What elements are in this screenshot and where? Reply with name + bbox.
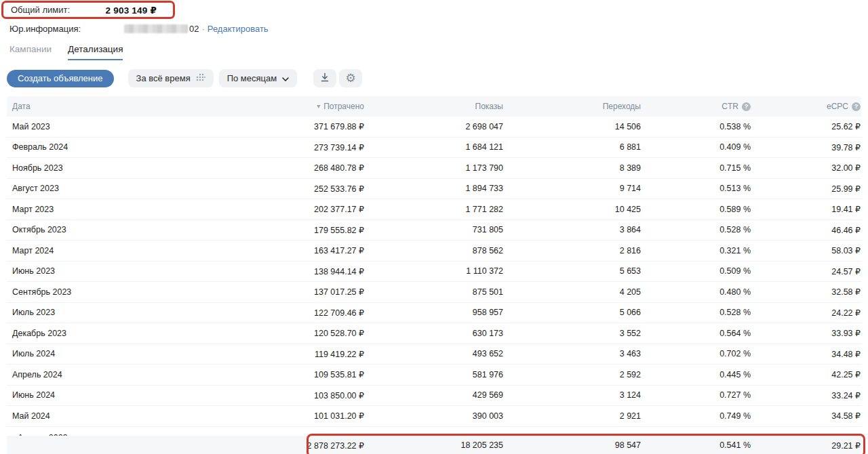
legal-value-suffix: 02 <box>189 24 199 34</box>
grouping-dropdown[interactable]: По месяцам <box>219 69 298 87</box>
date-cell: Май 2023 <box>7 122 197 131</box>
column-header-ctr[interactable]: CTR ? <box>642 102 751 111</box>
ctr-cell: 0.538 % <box>642 122 751 131</box>
create-ad-button[interactable]: Создать объявление <box>7 70 114 87</box>
redacted-legal-value <box>124 24 188 33</box>
table-row: Октябрь 2023 179 555.82 ₽ 731 805 3 864 … <box>7 220 861 241</box>
ctr-help-icon[interactable]: ? <box>742 102 751 111</box>
table-body: Май 2023 371 679.88 ₽ 2 698 047 14 506 0… <box>7 117 861 427</box>
ecpc-help-icon[interactable]: ? <box>852 102 861 111</box>
clicks-cell: 5 653 <box>504 266 642 276</box>
table-row: Июнь 2023 138 944.14 ₽ 1 110 372 5 653 0… <box>7 262 861 283</box>
chevron-down-icon <box>282 73 289 83</box>
ctr-cell: 0.589 % <box>642 205 751 214</box>
table-row: Апрель 2024 109 535.81 ₽ 581 976 2 592 0… <box>7 365 861 386</box>
ctr-cell: 0.528 % <box>642 308 751 317</box>
ctr-cell: 0.480 % <box>642 287 751 297</box>
ecpc-cell: 25.62 ₽ <box>751 121 861 131</box>
clicks-cell: 6 881 <box>504 142 642 152</box>
export-download-button[interactable] <box>313 69 336 87</box>
settings-button[interactable]: ⚙ <box>339 69 362 87</box>
spent-cell: 109 535.81 ₽ <box>197 369 365 379</box>
date-cell: Октябрь 2023 <box>7 225 197 234</box>
date-cell: Май 2024 <box>7 411 197 421</box>
ctr-cell: 0.513 % <box>642 184 751 193</box>
date-cell: Июль 2023 <box>7 308 197 317</box>
date-cell: Апрель 2023 <box>12 433 861 436</box>
table-row: Август 2023 252 533.76 ₽ 1 894 733 9 714… <box>7 179 861 200</box>
period-selector-button[interactable]: За всё время <box>128 69 214 87</box>
separator-dot: · <box>201 24 204 34</box>
date-cell: Июнь 2023 <box>7 266 197 276</box>
ctr-cell: 0.702 % <box>642 349 751 358</box>
table-row: Май 2023 371 679.88 ₽ 2 698 047 14 506 0… <box>7 117 861 138</box>
column-header-ecpc[interactable]: eCPC ? <box>751 102 861 111</box>
ecpc-cell: 32.58 ₽ <box>751 287 861 297</box>
date-cell: Сентябрь 2023 <box>7 287 197 297</box>
spent-cell: 119 419.22 ₽ <box>197 349 365 359</box>
impressions-cell: 1 173 790 <box>365 163 504 173</box>
table-row: Июнь 2024 103 850.00 ₽ 429 569 3 124 0.7… <box>7 386 861 407</box>
impressions-cell: 1 684 121 <box>365 142 504 152</box>
ecpc-cell: 33.93 ₽ <box>751 328 861 338</box>
table-header-row: Дата ▾ Потрачено Показы Переходы CTR ? e… <box>7 96 861 117</box>
impressions-cell: 731 805 <box>365 225 504 234</box>
table-row: Ноябрь 2023 268 480.78 ₽ 1 173 790 8 389… <box>7 158 861 179</box>
ctr-cell: 0.321 % <box>642 246 751 255</box>
ecpc-cell: 34.48 ₽ <box>751 349 861 359</box>
clicks-cell: 3 552 <box>504 329 642 338</box>
clicks-cell: 4 205 <box>504 287 642 297</box>
column-header-date[interactable]: Дата <box>7 102 197 111</box>
ctr-cell: 0.409 % <box>642 142 751 152</box>
impressions-cell: 429 569 <box>365 390 504 400</box>
spent-cell: 163 417.27 ₽ <box>197 245 365 255</box>
impressions-cell: 1 771 282 <box>365 205 504 214</box>
table-row: Июль 2024 119 419.22 ₽ 493 652 3 463 0.7… <box>7 344 861 365</box>
period-selector-label: За всё время <box>136 73 191 83</box>
table-row-clipped: Апрель 2023 <box>7 427 861 436</box>
column-header-clicks[interactable]: Переходы <box>504 102 642 111</box>
account-info-block: Общий лимит: 2 903 149 ₽ Юр.информация: … <box>0 0 868 34</box>
ctr-cell: 0.509 % <box>642 266 751 276</box>
spent-cell: 273 739.14 ₽ <box>197 142 365 152</box>
ecpc-cell: 58.03 ₽ <box>751 245 861 255</box>
ecpc-cell: 39.78 ₽ <box>751 142 861 152</box>
column-header-ecpc-label: eCPC <box>827 102 848 111</box>
ecpc-cell: 42.25 ₽ <box>751 369 861 379</box>
date-cell: Апрель 2024 <box>7 370 197 379</box>
clicks-cell: 2 921 <box>504 411 642 421</box>
column-header-spent-label: Потрачено <box>323 102 364 111</box>
impressions-cell: 390 003 <box>365 411 504 421</box>
spent-cell: 137 017.25 ₽ <box>197 287 365 297</box>
clicks-cell: 2 592 <box>504 370 642 379</box>
summary-impressions-cell: 18 205 235 <box>365 440 504 450</box>
spent-cell: 371 679.88 ₽ <box>197 121 365 131</box>
ecpc-cell: 19.41 ₽ <box>751 204 861 214</box>
spent-cell: 202 377.17 ₽ <box>197 204 365 214</box>
edit-legal-info-link[interactable]: Редактировать <box>208 24 269 34</box>
impressions-cell: 2 698 047 <box>365 122 504 131</box>
table-row: Сентябрь 2023 137 017.25 ₽ 875 501 4 205… <box>7 282 861 303</box>
clicks-cell: 3 124 <box>504 390 642 400</box>
date-cell: Июль 2024 <box>7 349 197 358</box>
column-header-ctr-label: CTR <box>722 102 738 111</box>
clicks-cell: 3 864 <box>504 225 642 234</box>
clicks-cell: 14 506 <box>504 122 642 131</box>
ctr-cell: 0.445 % <box>642 370 751 379</box>
toolbar: Создать объявление За всё время По месяц… <box>7 69 868 87</box>
ecpc-cell: 24.22 ₽ <box>751 308 861 318</box>
statistics-table: Дата ▾ Потрачено Показы Переходы CTR ? e… <box>7 96 861 454</box>
tab-detailing[interactable]: Детализация <box>68 44 123 60</box>
ecpc-cell: 33.24 ₽ <box>751 390 861 400</box>
column-header-spent[interactable]: ▾ Потрачено <box>197 102 365 111</box>
clicks-cell: 2 816 <box>504 246 642 255</box>
ctr-cell: 0.715 % <box>642 163 751 173</box>
ecpc-cell: 34.58 ₽ <box>751 411 861 421</box>
clicks-cell: 5 066 <box>504 308 642 317</box>
column-header-impressions[interactable]: Показы <box>365 102 504 111</box>
summary-ecpc-cell: 29.21 ₽ <box>751 440 861 451</box>
ecpc-cell: 24.57 ₽ <box>751 266 861 276</box>
clicks-cell: 3 463 <box>504 349 642 358</box>
impressions-cell: 1 110 372 <box>365 266 504 276</box>
tab-campaigns[interactable]: Кампании <box>9 44 52 60</box>
